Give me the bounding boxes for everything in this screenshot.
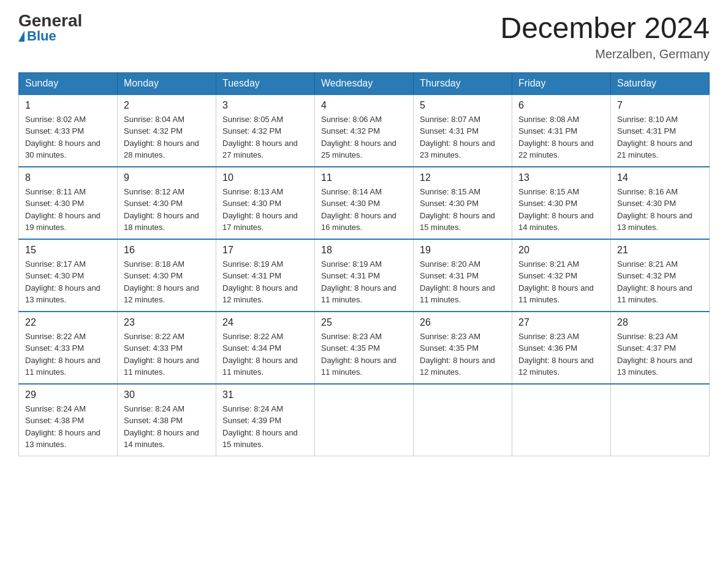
day-info: Sunrise: 8:19 AMSunset: 4:31 PMDaylight:… (222, 259, 298, 305)
day-cell: 16 Sunrise: 8:18 AMSunset: 4:30 PMDaylig… (118, 239, 216, 312)
day-number: 28 (617, 317, 703, 328)
day-number: 2 (124, 100, 210, 111)
day-cell: 13 Sunrise: 8:15 AMSunset: 4:30 PMDaylig… (512, 167, 611, 239)
day-cell: 9 Sunrise: 8:12 AMSunset: 4:30 PMDayligh… (118, 167, 216, 239)
day-info: Sunrise: 8:11 AMSunset: 4:30 PMDaylight:… (25, 187, 100, 232)
day-number: 6 (518, 100, 604, 111)
day-info: Sunrise: 8:14 AMSunset: 4:30 PMDaylight:… (321, 187, 396, 232)
day-info: Sunrise: 8:24 AMSunset: 4:39 PMDaylight:… (222, 404, 298, 450)
day-number: 1 (25, 100, 111, 111)
day-info: Sunrise: 8:18 AMSunset: 4:30 PMDaylight:… (124, 259, 199, 305)
col-saturday: Saturday (611, 72, 710, 94)
week-row-2: 8 Sunrise: 8:11 AMSunset: 4:30 PMDayligh… (19, 167, 710, 239)
day-cell: 25 Sunrise: 8:23 AMSunset: 4:35 PMDaylig… (315, 312, 414, 384)
day-number: 8 (25, 172, 111, 183)
page-header: General Blue December 2024 Merzalben, Ge… (18, 12, 710, 61)
day-info: Sunrise: 8:21 AMSunset: 4:32 PMDaylight:… (617, 259, 692, 305)
week-row-4: 22 Sunrise: 8:22 AMSunset: 4:33 PMDaylig… (19, 312, 710, 384)
day-cell: 30 Sunrise: 8:24 AMSunset: 4:38 PMDaylig… (118, 384, 216, 456)
day-number: 13 (518, 172, 604, 183)
day-info: Sunrise: 8:08 AMSunset: 4:31 PMDaylight:… (518, 115, 594, 160)
day-cell: 8 Sunrise: 8:11 AMSunset: 4:30 PMDayligh… (19, 167, 118, 239)
day-number: 27 (518, 317, 604, 328)
logo-blue-text: Blue (18, 29, 56, 43)
day-info: Sunrise: 8:12 AMSunset: 4:30 PMDaylight:… (124, 187, 199, 232)
day-cell (414, 384, 512, 456)
day-cell: 24 Sunrise: 8:22 AMSunset: 4:34 PMDaylig… (216, 312, 315, 384)
day-cell: 23 Sunrise: 8:22 AMSunset: 4:33 PMDaylig… (118, 312, 216, 384)
day-number: 3 (222, 100, 308, 111)
col-friday: Friday (512, 72, 611, 94)
day-cell: 12 Sunrise: 8:15 AMSunset: 4:30 PMDaylig… (414, 167, 512, 239)
day-cell: 15 Sunrise: 8:17 AMSunset: 4:30 PMDaylig… (19, 239, 118, 312)
day-cell: 28 Sunrise: 8:23 AMSunset: 4:37 PMDaylig… (611, 312, 710, 384)
day-number: 4 (321, 100, 407, 111)
day-info: Sunrise: 8:15 AMSunset: 4:30 PMDaylight:… (420, 187, 495, 232)
day-cell (611, 384, 710, 456)
col-tuesday: Tuesday (216, 72, 315, 94)
location-text: Merzalben, Germany (500, 47, 710, 61)
day-info: Sunrise: 8:06 AMSunset: 4:32 PMDaylight:… (321, 115, 396, 160)
col-sunday: Sunday (19, 72, 118, 94)
day-cell: 6 Sunrise: 8:08 AMSunset: 4:31 PMDayligh… (512, 94, 611, 167)
day-cell: 31 Sunrise: 8:24 AMSunset: 4:39 PMDaylig… (216, 384, 315, 456)
logo-general-text: General (18, 12, 82, 29)
day-info: Sunrise: 8:17 AMSunset: 4:30 PMDaylight:… (25, 259, 100, 305)
day-info: Sunrise: 8:22 AMSunset: 4:33 PMDaylight:… (124, 332, 199, 377)
day-info: Sunrise: 8:02 AMSunset: 4:33 PMDaylight:… (25, 115, 100, 160)
day-cell: 29 Sunrise: 8:24 AMSunset: 4:38 PMDaylig… (19, 384, 118, 456)
day-number: 24 (222, 317, 308, 328)
day-cell: 22 Sunrise: 8:22 AMSunset: 4:33 PMDaylig… (19, 312, 118, 384)
day-cell: 21 Sunrise: 8:21 AMSunset: 4:32 PMDaylig… (611, 239, 710, 312)
day-cell: 20 Sunrise: 8:21 AMSunset: 4:32 PMDaylig… (512, 239, 611, 312)
day-number: 23 (124, 317, 210, 328)
day-number: 12 (420, 172, 506, 183)
day-number: 20 (518, 245, 604, 256)
day-number: 11 (321, 172, 407, 183)
day-info: Sunrise: 8:24 AMSunset: 4:38 PMDaylight:… (25, 404, 100, 450)
day-number: 7 (617, 100, 703, 111)
day-number: 26 (420, 317, 506, 328)
day-number: 25 (321, 317, 407, 328)
day-info: Sunrise: 8:22 AMSunset: 4:33 PMDaylight:… (25, 332, 100, 377)
col-monday: Monday (118, 72, 216, 94)
day-info: Sunrise: 8:13 AMSunset: 4:30 PMDaylight:… (222, 187, 298, 232)
day-number: 15 (25, 245, 111, 256)
calendar-table: Sunday Monday Tuesday Wednesday Thursday… (18, 72, 710, 456)
day-number: 17 (222, 245, 308, 256)
day-number: 31 (222, 389, 308, 400)
day-info: Sunrise: 8:22 AMSunset: 4:34 PMDaylight:… (222, 332, 298, 377)
day-cell: 2 Sunrise: 8:04 AMSunset: 4:32 PMDayligh… (118, 94, 216, 167)
day-cell: 18 Sunrise: 8:19 AMSunset: 4:31 PMDaylig… (315, 239, 414, 312)
day-info: Sunrise: 8:19 AMSunset: 4:31 PMDaylight:… (321, 259, 396, 305)
day-cell: 3 Sunrise: 8:05 AMSunset: 4:32 PMDayligh… (216, 94, 315, 167)
day-number: 14 (617, 172, 703, 183)
day-info: Sunrise: 8:24 AMSunset: 4:38 PMDaylight:… (124, 404, 199, 450)
day-number: 22 (25, 317, 111, 328)
day-cell: 7 Sunrise: 8:10 AMSunset: 4:31 PMDayligh… (611, 94, 710, 167)
day-cell: 4 Sunrise: 8:06 AMSunset: 4:32 PMDayligh… (315, 94, 414, 167)
day-number: 18 (321, 245, 407, 256)
day-cell: 1 Sunrise: 8:02 AMSunset: 4:33 PMDayligh… (19, 94, 118, 167)
week-row-3: 15 Sunrise: 8:17 AMSunset: 4:30 PMDaylig… (19, 239, 710, 312)
day-number: 21 (617, 245, 703, 256)
day-info: Sunrise: 8:20 AMSunset: 4:31 PMDaylight:… (420, 259, 495, 305)
day-number: 10 (222, 172, 308, 183)
day-info: Sunrise: 8:04 AMSunset: 4:32 PMDaylight:… (124, 115, 199, 160)
day-cell: 27 Sunrise: 8:23 AMSunset: 4:36 PMDaylig… (512, 312, 611, 384)
day-info: Sunrise: 8:23 AMSunset: 4:36 PMDaylight:… (518, 332, 594, 377)
calendar-header-row: Sunday Monday Tuesday Wednesday Thursday… (19, 72, 710, 94)
col-thursday: Thursday (414, 72, 512, 94)
day-number: 16 (124, 245, 210, 256)
day-cell (315, 384, 414, 456)
title-block: December 2024 Merzalben, Germany (500, 12, 710, 61)
day-cell: 10 Sunrise: 8:13 AMSunset: 4:30 PMDaylig… (216, 167, 315, 239)
day-number: 5 (420, 100, 506, 111)
month-title: December 2024 (500, 12, 710, 45)
day-cell: 19 Sunrise: 8:20 AMSunset: 4:31 PMDaylig… (414, 239, 512, 312)
day-cell: 26 Sunrise: 8:23 AMSunset: 4:35 PMDaylig… (414, 312, 512, 384)
day-info: Sunrise: 8:10 AMSunset: 4:31 PMDaylight:… (617, 115, 692, 160)
day-info: Sunrise: 8:23 AMSunset: 4:35 PMDaylight:… (420, 332, 495, 377)
day-info: Sunrise: 8:16 AMSunset: 4:30 PMDaylight:… (617, 187, 692, 232)
day-info: Sunrise: 8:07 AMSunset: 4:31 PMDaylight:… (420, 115, 495, 160)
